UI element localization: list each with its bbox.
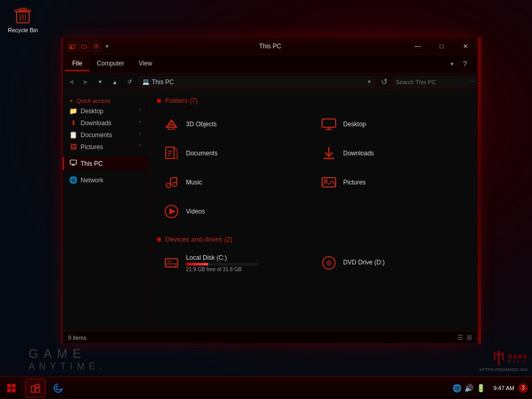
battery-tray-icon[interactable]: 🔋 — [476, 384, 485, 392]
tab-computer[interactable]: Computer — [89, 57, 131, 71]
folder-item-videos[interactable]: Videos — [157, 198, 312, 225]
refresh-nav-button[interactable]: ↺ — [123, 76, 136, 88]
content-area: ★ Quick access 📁 Desktop ⌃ ⬇ Downloads ⌃… — [63, 90, 477, 331]
svg-point-30 — [172, 182, 177, 187]
sidebar-arrow-pictures: ⌃ — [138, 144, 142, 150]
edge-taskbar-icon — [53, 383, 63, 393]
svg-marker-45 — [7, 384, 11, 388]
address-path-text: This PC — [152, 78, 174, 86]
watermark-anytime: ANYTIME. — [29, 361, 106, 372]
network-tray-icon[interactable]: 🌐 — [453, 384, 461, 392]
svg-rect-49 — [31, 386, 35, 392]
status-text: 9 items — [68, 335, 86, 341]
sidebar-item-documents-label: Documents — [81, 131, 112, 139]
svg-rect-12 — [71, 46, 72, 49]
sidebar-item-downloads-label: Downloads — [81, 119, 111, 127]
taskbar-edge[interactable] — [48, 379, 69, 397]
up-button[interactable]: ▲ — [109, 76, 121, 88]
status-bar: 9 items ☰ ⊞ — [63, 331, 477, 343]
help-button[interactable]: ? — [458, 57, 472, 71]
desktop-folder-icon — [320, 115, 338, 134]
title-icon-pin[interactable] — [91, 41, 101, 51]
folder-name-downloads: Downloads — [343, 150, 374, 157]
folder-name-music: Music — [186, 179, 202, 186]
folder-item-pictures[interactable]: Pictures — [314, 169, 470, 196]
folders-section-header: Folders (7) — [157, 97, 469, 104]
start-button[interactable] — [0, 377, 23, 400]
sidebar-item-pictures[interactable]: 🖼 Pictures ⌃ — [63, 141, 148, 153]
back-button[interactable]: ◀ — [65, 76, 77, 88]
watermark-area: GAME ANYTIME. — [29, 347, 106, 372]
watermark-game: GAME — [29, 347, 106, 361]
downloads-sidebar-icon: ⬇ — [69, 119, 77, 127]
folders-grid: 3D Objects Desktop — [157, 111, 469, 225]
svg-point-19 — [170, 122, 173, 125]
folder-name-pictures: Pictures — [343, 179, 366, 186]
redmagic-text: GAME — [508, 354, 528, 360]
start-icon — [6, 382, 17, 394]
drive-c-space: 21.9 GB free of 31.8 GB — [186, 267, 307, 272]
sidebar-item-network-label: Network — [81, 177, 103, 184]
window-controls: — □ ✕ — [406, 38, 477, 55]
title-icon-home[interactable] — [67, 41, 77, 51]
sidebar-item-this-pc-label: This PC — [81, 160, 103, 167]
explorer-taskbar-icon — [30, 383, 41, 393]
sidebar-item-desktop-label: Desktop — [81, 108, 103, 115]
close-button[interactable]: ✕ — [454, 38, 477, 55]
folder-item-music[interactable]: Music — [157, 169, 312, 196]
redmagic-subtitle: MAGIC — [508, 360, 528, 363]
svg-marker-46 — [12, 384, 16, 388]
tab-view[interactable]: View — [131, 57, 159, 71]
title-icon-folder[interactable] — [79, 41, 89, 51]
search-input[interactable] — [396, 79, 468, 85]
notification-badge[interactable]: 3 — [518, 383, 528, 393]
sidebar-item-desktop[interactable]: 📁 Desktop ⌃ — [63, 105, 148, 117]
sidebar-item-this-pc[interactable]: This PC — [63, 157, 148, 170]
search-box: ⋯ — [392, 76, 475, 88]
system-clock[interactable]: 9:47 AM — [494, 385, 514, 391]
sidebar-item-network[interactable]: 🌐 Network — [63, 174, 148, 186]
ribbon: File Computer View ▾ ? — [63, 55, 477, 74]
videos-folder-icon — [162, 202, 181, 221]
view-icon-details[interactable]: ☰ — [457, 334, 463, 341]
status-right: ☰ ⊞ — [457, 334, 472, 341]
sidebar: ★ Quick access 📁 Desktop ⌃ ⬇ Downloads ⌃… — [63, 90, 149, 331]
ribbon-expand[interactable]: ▾ — [450, 60, 454, 68]
drives-dot — [157, 237, 161, 242]
drive-item-d[interactable]: DVD Drive (D:) — [314, 249, 470, 276]
sidebar-arrow-downloads: ⌃ — [138, 120, 142, 126]
refresh-button[interactable]: ↺ — [378, 76, 390, 88]
folders-dot — [157, 99, 161, 103]
folder-name-documents: Documents — [186, 150, 218, 157]
sidebar-item-downloads[interactable]: ⬇ Downloads ⌃ — [63, 117, 148, 129]
taskbar-explorer[interactable] — [25, 379, 46, 397]
recycle-bin-icon[interactable]: Recycle Bin — [4, 4, 42, 33]
folder-name-desktop: Desktop — [343, 121, 366, 128]
folder-item-downloads[interactable]: Downloads — [314, 140, 470, 167]
3d-objects-icon — [162, 115, 181, 134]
recent-button[interactable]: ▾ — [94, 76, 107, 88]
drive-d-info: DVD Drive (D:) — [343, 259, 464, 268]
svg-rect-2 — [20, 8, 26, 10]
title-dropdown[interactable]: ▾ — [103, 42, 111, 50]
sidebar-item-documents[interactable]: 📋 Documents ⌃ — [63, 129, 148, 141]
drives-grid: Local Disk (C:) 21.9 GB free of 31.8 GB — [157, 249, 469, 276]
folder-item-3d-objects[interactable]: 3D Objects — [157, 111, 312, 138]
drive-item-c[interactable]: Local Disk (C:) 21.9 GB free of 31.8 GB — [157, 249, 312, 276]
redmagic-logo: GAME MAGIC HTTPS://REDMAGIC.GG/ — [480, 351, 528, 372]
folder-item-documents[interactable]: Documents — [157, 140, 312, 167]
tab-file[interactable]: File — [65, 57, 89, 71]
forward-button[interactable]: ▶ — [79, 76, 92, 88]
svg-marker-47 — [7, 389, 11, 392]
folder-item-desktop[interactable]: Desktop — [314, 111, 470, 138]
minimize-button[interactable]: — — [406, 38, 430, 55]
main-panel: Folders (7) 3D Objects — [149, 90, 477, 331]
redmagic-url: HTTPS://REDMAGIC.GG/ — [480, 367, 528, 372]
drives-section-header: Devices and drives (2) — [157, 235, 469, 243]
title-bar-left: ▾ — [63, 41, 115, 51]
view-icon-large[interactable]: ⊞ — [467, 334, 472, 341]
sound-tray-icon[interactable]: 🔊 — [464, 384, 473, 392]
maximize-button[interactable]: □ — [430, 38, 454, 55]
address-path[interactable]: 💻 This PC ▾ — [138, 76, 376, 88]
right-edge-decoration — [478, 37, 481, 344]
